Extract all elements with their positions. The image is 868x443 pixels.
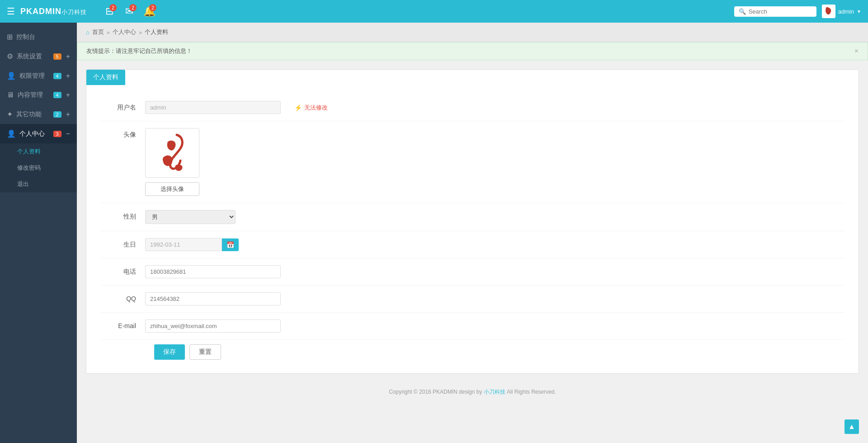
- sidebar-item-other[interactable]: ✦ 其它功能 2 +: [0, 105, 77, 124]
- user-dropdown-arrow: ▼: [857, 9, 861, 14]
- phone-input[interactable]: [145, 265, 281, 278]
- main-content: ⌂ 首页 » 个人中心 » 个人资料 友情提示：请注意牢记自己所填的信息！ × …: [77, 23, 868, 443]
- sidebar-item-label-other: 其它功能: [16, 110, 50, 119]
- select-avatar-button[interactable]: 选择头像: [145, 182, 199, 196]
- permissions-badge: 4: [53, 73, 61, 79]
- footer: Copyright © 2016 PKADMIN design by 小刀科技 …: [77, 383, 868, 401]
- content-icon: 🖥: [7, 91, 14, 99]
- cannot-edit-text: 无法修改: [304, 104, 328, 112]
- birthday-input-wrap: 📅: [145, 238, 239, 251]
- scroll-to-top-button[interactable]: ▲: [844, 419, 859, 434]
- qq-input[interactable]: [145, 292, 281, 305]
- profile-center-badge: 3: [53, 131, 61, 137]
- calendar-button[interactable]: 📅: [222, 238, 239, 251]
- reset-button[interactable]: 重置: [189, 344, 221, 360]
- navbar-icons: ⊟ 2 ✉ 2 🔔 2: [101, 3, 157, 19]
- mail-icon-btn[interactable]: ✉ 2: [121, 3, 137, 19]
- sidebar-item-profile-center[interactable]: 👤 个人中心 3 −: [0, 124, 77, 143]
- card-body: 用户名 ⚡ 无法修改 头像: [86, 85, 859, 373]
- footer-text-after: All Rights Reserved.: [505, 389, 556, 395]
- settings-badge: 5: [53, 53, 61, 60]
- avatar-label: 头像: [100, 128, 145, 139]
- qq-label: QQ: [100, 292, 145, 302]
- sidebar-item-label-dashboard: 控制台: [16, 33, 70, 41]
- tasks-icon-btn[interactable]: ⊟ 2: [101, 3, 118, 19]
- qq-row: QQ: [100, 286, 845, 313]
- footer-link[interactable]: 小刀科技: [484, 389, 505, 395]
- bolt-icon: ⚡: [294, 104, 302, 111]
- sidebar-item-content[interactable]: 🖥 内容管理 4 +: [0, 86, 77, 105]
- phone-label: 电话: [100, 265, 145, 276]
- other-toggle[interactable]: +: [66, 110, 70, 119]
- content-badge: 4: [53, 92, 61, 98]
- phone-row: 电话: [100, 258, 845, 286]
- user-avatar-nav: [822, 5, 835, 18]
- user-dropdown[interactable]: admin ▼: [822, 5, 861, 18]
- username-row: 用户名 ⚡ 无法修改: [100, 94, 845, 121]
- avatar-row: 头像 选择头像: [100, 121, 845, 203]
- email-label: E-mail: [100, 319, 145, 329]
- birthday-row: 生日 📅: [100, 231, 845, 258]
- permissions-toggle[interactable]: +: [66, 72, 70, 80]
- breadcrumb-current: 个人资料: [145, 28, 168, 36]
- profile-center-icon: 👤: [7, 129, 16, 138]
- search-icon: 🔍: [739, 8, 746, 15]
- birthday-input[interactable]: [145, 238, 222, 251]
- breadcrumb-home[interactable]: 首页: [92, 28, 104, 36]
- mail-badge: 2: [129, 4, 137, 11]
- sidebar-sub-item-logout[interactable]: 退出: [0, 176, 77, 192]
- gender-label: 性别: [100, 210, 145, 221]
- search-box: 🔍: [734, 6, 816, 17]
- content-toggle[interactable]: +: [66, 91, 70, 99]
- search-input[interactable]: [749, 8, 812, 15]
- sidebar-item-label-profile-center: 个人中心: [19, 130, 50, 138]
- navbar-left: ☰ PKADMIN小刀科技 ⊟ 2 ✉ 2 🔔 2: [7, 3, 157, 19]
- bell-icon-btn[interactable]: 🔔 2: [141, 3, 157, 19]
- birthday-label: 生日: [100, 238, 145, 249]
- sidebar-item-label-content: 内容管理: [18, 91, 50, 99]
- sidebar: ⊞ 控制台 ⚙ 系统设置 5 + 👤 权限管理 4 + 🖥 内容管理 4 + ✦…: [0, 23, 77, 443]
- alert-banner: 友情提示：请注意牢记自己所填的信息！ ×: [77, 42, 868, 60]
- gender-row: 性别 男 女: [100, 203, 845, 231]
- other-badge: 2: [53, 111, 61, 118]
- navbar: ☰ PKADMIN小刀科技 ⊟ 2 ✉ 2 🔔 2 🔍: [0, 0, 868, 23]
- brand-name: PKADMIN小刀科技: [20, 7, 87, 16]
- sidebar-item-label-permissions: 权限管理: [19, 72, 50, 80]
- form-buttons: 保存 重置: [100, 340, 845, 364]
- cannot-edit-notice: ⚡ 无法修改: [294, 101, 328, 112]
- sidebar-sub-item-change-password[interactable]: 修改密码: [0, 160, 77, 176]
- tasks-badge: 2: [109, 4, 117, 11]
- email-row: E-mail: [100, 313, 845, 340]
- sidebar-item-permissions[interactable]: 👤 权限管理 4 +: [0, 66, 77, 86]
- footer-text-before: Copyright © 2016 PKADMIN design by: [389, 389, 484, 395]
- sidebar-sub-item-profile[interactable]: 个人资料: [0, 143, 77, 160]
- sidebar-item-label-settings: 系统设置: [17, 52, 50, 61]
- breadcrumb-sep-1: »: [107, 29, 110, 36]
- avatar-wrap: 选择头像: [145, 128, 199, 196]
- save-button[interactable]: 保存: [154, 344, 185, 360]
- profile-card: 个人资料 用户名 ⚡ 无法修改 头像: [86, 69, 859, 374]
- permissions-icon: 👤: [7, 71, 16, 80]
- home-icon: ⌂: [86, 29, 90, 36]
- alert-close-btn[interactable]: ×: [854, 47, 859, 55]
- alert-message: 友情提示：请注意牢记自己所填的信息！: [86, 47, 192, 55]
- email-input[interactable]: [145, 319, 281, 333]
- breadcrumb: ⌂ 首页 » 个人中心 » 个人资料: [77, 23, 868, 42]
- settings-toggle[interactable]: +: [66, 52, 70, 61]
- other-icon: ✦: [7, 110, 13, 119]
- username-label: 用户名: [100, 101, 145, 112]
- sidebar-item-dashboard[interactable]: ⊞ 控制台: [0, 27, 77, 47]
- username-input: [145, 101, 281, 114]
- bell-badge: 2: [149, 4, 156, 11]
- card-header: 个人资料: [86, 70, 125, 85]
- hamburger-icon[interactable]: ☰: [7, 6, 15, 17]
- sidebar-submenu: 个人资料 修改密码 退出: [0, 143, 77, 192]
- gender-select[interactable]: 男 女: [145, 210, 236, 224]
- user-name: admin: [838, 8, 854, 15]
- navbar-right: 🔍 admin ▼: [734, 5, 861, 18]
- profile-center-toggle[interactable]: −: [66, 130, 70, 138]
- breadcrumb-middle[interactable]: 个人中心: [113, 28, 136, 36]
- sidebar-item-settings[interactable]: ⚙ 系统设置 5 +: [0, 47, 77, 66]
- layout: ⊞ 控制台 ⚙ 系统设置 5 + 👤 权限管理 4 + 🖥 内容管理 4 + ✦…: [0, 23, 868, 443]
- dashboard-icon: ⊞: [7, 33, 13, 41]
